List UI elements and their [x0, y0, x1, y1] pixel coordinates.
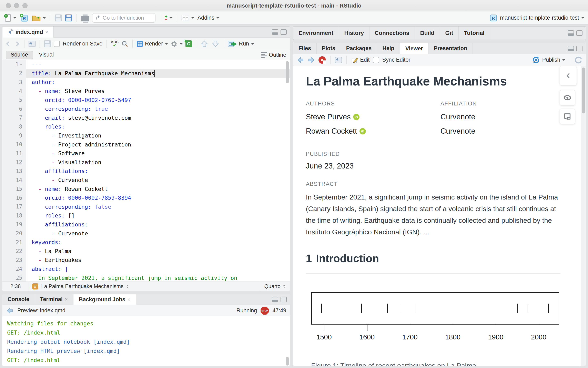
collapse-panel-button[interactable] [560, 66, 577, 85]
render-on-save-checkbox[interactable] [54, 41, 60, 47]
code-line[interactable]: 3author: [2, 78, 290, 87]
code-line[interactable]: 15 - name: Rowan Cockett [2, 184, 290, 193]
section-selector[interactable]: # La Palma Earthquake Mechanisms [29, 282, 260, 291]
code-line[interactable]: 5 orcid: 0000-0002-0760-5497 [2, 95, 290, 104]
tab-environment[interactable]: Environment [293, 27, 339, 40]
tab-help[interactable]: Help [377, 43, 400, 54]
project-selector[interactable]: R manuscript-template-rstudio-test [489, 14, 584, 22]
open-in-browser-icon[interactable] [335, 57, 342, 63]
code-line[interactable]: 18 roles: [] [2, 211, 290, 220]
maximize-pane-icon[interactable] [281, 297, 287, 302]
viewer-content[interactable]: La Palma Earthquake Mechanisms AUTHORS S… [293, 66, 586, 366]
code-line[interactable]: 2title: La Palma Earthquake Mechanisms [2, 69, 290, 78]
code-line[interactable]: 7 email: steve@curvenote.com [2, 113, 290, 122]
pane-layout-button[interactable] [182, 15, 194, 21]
publish-button[interactable]: Publish [532, 56, 565, 64]
code-line[interactable]: 21keywords: [2, 238, 290, 247]
preview-visibility-button[interactable] [560, 90, 575, 105]
back-icon[interactable] [5, 41, 11, 47]
code-line[interactable]: 22 - La Palma [2, 247, 290, 256]
code-line[interactable]: 10 - Project administration [2, 140, 290, 149]
minimize-window-button[interactable] [14, 3, 19, 8]
tab-viewer[interactable]: Viewer [400, 43, 429, 54]
source-mode-button[interactable]: Source [6, 51, 33, 59]
fold-caret-icon[interactable] [20, 64, 22, 66]
close-icon[interactable]: × [127, 296, 130, 303]
visual-mode-button[interactable]: Visual [35, 51, 58, 59]
comment-note-button[interactable] [560, 109, 575, 124]
goto-file-function-box[interactable] [92, 13, 156, 23]
addins-menu[interactable]: Addins [197, 15, 219, 21]
clear-viewer-button[interactable]: × [319, 56, 326, 64]
tab-console[interactable]: Console [2, 294, 35, 305]
code-line[interactable]: 20 - Curvenote [2, 229, 290, 238]
save-button[interactable] [55, 15, 62, 21]
tab-index-qmd[interactable]: index.qmd × [2, 27, 54, 37]
code-line[interactable]: 6 corresponding: true [2, 104, 290, 113]
refresh-icon[interactable] [574, 56, 582, 64]
code-line[interactable]: 13 affiliations: [2, 167, 290, 176]
tab-build[interactable]: Build [415, 27, 440, 40]
open-in-new-window-icon[interactable] [28, 41, 36, 47]
minimize-pane-icon[interactable] [272, 29, 278, 35]
back-icon[interactable] [6, 307, 14, 314]
minimize-pane-icon[interactable] [272, 297, 278, 302]
code-editor[interactable]: 1---2title: La Palma Earthquake Mechanis… [2, 60, 290, 282]
maximize-pane-icon[interactable] [576, 46, 582, 51]
tab-packages[interactable]: Packages [341, 43, 377, 54]
minimize-pane-icon[interactable] [568, 30, 574, 36]
code-line[interactable]: 12 - Visualization [2, 158, 290, 167]
code-line[interactable]: 8 roles: [2, 122, 290, 131]
tab-background-jobs[interactable]: Background Jobs× [73, 294, 136, 305]
viewer-scrollbar-track[interactable] [581, 66, 586, 366]
insert-chunk-button[interactable]: C [185, 40, 192, 47]
render-button[interactable]: Render [137, 41, 168, 47]
console-scrollbar[interactable] [286, 357, 289, 366]
forward-icon[interactable] [307, 56, 315, 64]
save-document-button[interactable] [44, 40, 51, 47]
search-icon[interactable] [121, 40, 128, 47]
tab-presentation[interactable]: Presentation [428, 43, 473, 54]
run-next-icon[interactable] [211, 40, 220, 48]
code-line[interactable]: 16 orcid: 0000-0002-7859-8394 [2, 193, 290, 202]
orcid-icon[interactable]: iD [353, 114, 359, 120]
stop-job-button[interactable]: STOP [261, 307, 269, 315]
code-line[interactable]: 11 - Software [2, 149, 290, 158]
editor-scrollbar[interactable] [286, 61, 289, 83]
close-icon[interactable]: × [65, 296, 68, 303]
file-type-selector[interactable]: Quarto [260, 282, 290, 291]
viewer-scrollbar-thumb[interactable] [582, 67, 585, 113]
goto-input[interactable] [103, 15, 149, 21]
run-previous-icon[interactable] [200, 40, 209, 48]
minimize-pane-icon[interactable] [568, 46, 574, 51]
new-project-button[interactable]: R [19, 13, 28, 22]
code-line[interactable]: 24abstract: | [2, 265, 290, 274]
code-line[interactable]: 1--- [2, 60, 290, 69]
back-icon[interactable] [296, 56, 304, 64]
tab-terminal[interactable]: Terminal× [35, 294, 74, 305]
spellcheck-icon[interactable]: ABC✓ [111, 41, 119, 47]
new-file-button[interactable] [4, 14, 16, 22]
edit-button[interactable]: Edit [351, 56, 370, 64]
code-line[interactable]: 14 - Curvenote [2, 176, 290, 185]
tab-connections[interactable]: Connections [369, 27, 415, 40]
render-options-button[interactable] [171, 40, 183, 47]
tab-files[interactable]: Files [293, 43, 317, 54]
code-line[interactable]: 23 - Earthquakes [2, 256, 290, 265]
tab-plots[interactable]: Plots [317, 43, 341, 54]
forward-icon[interactable] [14, 41, 20, 47]
code-line[interactable]: 4 - name: Steve Purves [2, 87, 290, 96]
code-line[interactable]: 17 corresponding: false [2, 202, 290, 211]
tab-history[interactable]: History [339, 27, 369, 40]
tab-tutorial[interactable]: Tutorial [459, 27, 490, 40]
code-line[interactable]: 25 In September 2021, a significant jump… [2, 273, 290, 282]
zoom-window-button[interactable] [22, 3, 28, 8]
code-line[interactable]: 19 affiliations: [2, 220, 290, 229]
sync-editor-checkbox[interactable] [373, 57, 379, 63]
outline-toggle[interactable]: Outline [261, 52, 286, 58]
close-icon[interactable]: × [45, 29, 48, 35]
close-window-button[interactable] [6, 3, 11, 8]
code-line[interactable]: 9 - Investigation [2, 131, 290, 140]
maximize-pane-icon[interactable] [281, 29, 287, 35]
console-output[interactable]: Watching files for changesGET: /index.ht… [2, 316, 290, 366]
